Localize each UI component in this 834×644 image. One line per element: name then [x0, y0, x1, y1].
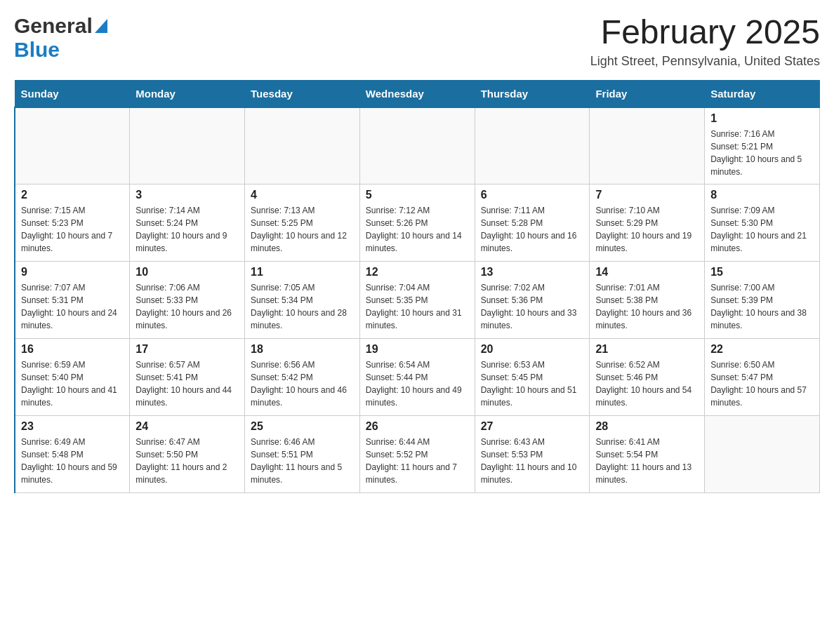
- day-info: Sunrise: 6:56 AMSunset: 5:42 PMDaylight:…: [251, 358, 354, 409]
- calendar-cell: 22Sunrise: 6:50 AMSunset: 5:47 PMDayligh…: [705, 339, 820, 416]
- day-info: Sunrise: 7:05 AMSunset: 5:34 PMDaylight:…: [251, 281, 354, 332]
- header: General Blue February 2025 Light Street,…: [14, 14, 820, 69]
- day-number: 10: [135, 266, 239, 279]
- header-friday: Friday: [590, 80, 705, 107]
- day-number: 18: [251, 343, 354, 356]
- calendar-cell: 13Sunrise: 7:02 AMSunset: 5:36 PMDayligh…: [475, 262, 590, 339]
- day-number: 7: [595, 189, 699, 201]
- calendar-cell: 19Sunrise: 6:54 AMSunset: 5:44 PMDayligh…: [359, 339, 475, 416]
- day-number: 2: [21, 189, 124, 201]
- day-info: Sunrise: 6:49 AMSunset: 5:48 PMDaylight:…: [21, 436, 124, 486]
- calendar-cell: 14Sunrise: 7:01 AMSunset: 5:38 PMDayligh…: [590, 262, 705, 339]
- location-subtitle: Light Street, Pennsylvania, United State…: [590, 54, 820, 69]
- calendar-cell: 28Sunrise: 6:41 AMSunset: 5:54 PMDayligh…: [590, 416, 705, 493]
- calendar-cell: [705, 416, 820, 493]
- day-number: 27: [481, 420, 584, 433]
- day-number: 19: [366, 343, 469, 356]
- day-info: Sunrise: 7:12 AMSunset: 5:26 PMDaylight:…: [366, 204, 469, 255]
- day-number: 6: [481, 189, 584, 201]
- calendar-cell: [590, 107, 705, 185]
- header-row: Sunday Monday Tuesday Wednesday Thursday…: [15, 80, 820, 107]
- day-number: 24: [135, 420, 239, 433]
- logo-blue-text: Blue: [14, 38, 60, 62]
- calendar-cell: 9Sunrise: 7:07 AMSunset: 5:31 PMDaylight…: [15, 262, 130, 339]
- day-info: Sunrise: 6:47 AMSunset: 5:50 PMDaylight:…: [135, 436, 239, 486]
- day-info: Sunrise: 7:10 AMSunset: 5:29 PMDaylight:…: [595, 204, 699, 255]
- day-number: 13: [481, 266, 584, 279]
- day-number: 12: [366, 266, 469, 279]
- calendar-cell: 21Sunrise: 6:52 AMSunset: 5:46 PMDayligh…: [590, 339, 705, 416]
- day-number: 14: [595, 266, 699, 279]
- day-info: Sunrise: 6:43 AMSunset: 5:53 PMDaylight:…: [481, 436, 584, 486]
- day-info: Sunrise: 6:57 AMSunset: 5:41 PMDaylight:…: [135, 358, 239, 409]
- calendar-week-row: 23Sunrise: 6:49 AMSunset: 5:48 PMDayligh…: [15, 416, 820, 493]
- day-number: 23: [21, 420, 124, 433]
- day-info: Sunrise: 7:14 AMSunset: 5:24 PMDaylight:…: [135, 204, 239, 255]
- header-monday: Monday: [130, 80, 245, 107]
- header-wednesday: Wednesday: [359, 80, 475, 107]
- calendar-cell: [475, 107, 590, 185]
- day-number: 3: [135, 189, 239, 201]
- day-info: Sunrise: 7:13 AMSunset: 5:25 PMDaylight:…: [251, 204, 354, 255]
- calendar-cell: 18Sunrise: 6:56 AMSunset: 5:42 PMDayligh…: [245, 339, 360, 416]
- day-number: 26: [366, 420, 469, 433]
- day-info: Sunrise: 7:09 AMSunset: 5:30 PMDaylight:…: [710, 204, 814, 255]
- month-title: February 2025: [590, 14, 820, 51]
- calendar-cell: [15, 107, 130, 185]
- calendar-cell: 10Sunrise: 7:06 AMSunset: 5:33 PMDayligh…: [130, 262, 245, 339]
- calendar-cell: 16Sunrise: 6:59 AMSunset: 5:40 PMDayligh…: [15, 339, 130, 416]
- day-number: 21: [595, 343, 699, 356]
- header-thursday: Thursday: [475, 80, 590, 107]
- day-info: Sunrise: 7:04 AMSunset: 5:35 PMDaylight:…: [366, 281, 469, 332]
- calendar-header: Sunday Monday Tuesday Wednesday Thursday…: [15, 80, 820, 107]
- calendar-cell: 7Sunrise: 7:10 AMSunset: 5:29 PMDaylight…: [590, 185, 705, 262]
- day-number: 25: [251, 420, 354, 433]
- day-info: Sunrise: 7:11 AMSunset: 5:28 PMDaylight:…: [481, 204, 584, 255]
- calendar-cell: [359, 107, 475, 185]
- day-info: Sunrise: 6:46 AMSunset: 5:51 PMDaylight:…: [251, 436, 354, 486]
- day-number: 11: [251, 266, 354, 279]
- day-info: Sunrise: 6:53 AMSunset: 5:45 PMDaylight:…: [481, 358, 584, 409]
- calendar-body: 1Sunrise: 7:16 AMSunset: 5:21 PMDaylight…: [15, 107, 820, 493]
- day-number: 5: [366, 189, 469, 201]
- calendar-cell: 8Sunrise: 7:09 AMSunset: 5:30 PMDaylight…: [705, 185, 820, 262]
- day-number: 8: [710, 189, 814, 201]
- calendar-cell: 26Sunrise: 6:44 AMSunset: 5:52 PMDayligh…: [359, 416, 475, 493]
- calendar-cell: 24Sunrise: 6:47 AMSunset: 5:50 PMDayligh…: [130, 416, 245, 493]
- day-info: Sunrise: 6:59 AMSunset: 5:40 PMDaylight:…: [21, 358, 124, 409]
- calendar-cell: 17Sunrise: 6:57 AMSunset: 5:41 PMDayligh…: [130, 339, 245, 416]
- day-info: Sunrise: 7:01 AMSunset: 5:38 PMDaylight:…: [595, 281, 699, 332]
- day-number: 15: [710, 266, 814, 279]
- day-info: Sunrise: 7:15 AMSunset: 5:23 PMDaylight:…: [21, 204, 124, 255]
- day-info: Sunrise: 7:07 AMSunset: 5:31 PMDaylight:…: [21, 281, 124, 332]
- logo-general-text: General: [14, 14, 93, 38]
- calendar-table: Sunday Monday Tuesday Wednesday Thursday…: [14, 80, 820, 494]
- day-number: 17: [135, 343, 239, 356]
- calendar-week-row: 2Sunrise: 7:15 AMSunset: 5:23 PMDaylight…: [15, 185, 820, 262]
- logo: General Blue: [14, 14, 107, 62]
- calendar-cell: 1Sunrise: 7:16 AMSunset: 5:21 PMDaylight…: [705, 107, 820, 185]
- day-info: Sunrise: 7:00 AMSunset: 5:39 PMDaylight:…: [710, 281, 814, 332]
- calendar-cell: [130, 107, 245, 185]
- calendar-cell: 20Sunrise: 6:53 AMSunset: 5:45 PMDayligh…: [475, 339, 590, 416]
- calendar-cell: 5Sunrise: 7:12 AMSunset: 5:26 PMDaylight…: [359, 185, 475, 262]
- logo-triangle-icon: [95, 19, 107, 33]
- day-info: Sunrise: 7:06 AMSunset: 5:33 PMDaylight:…: [135, 281, 239, 332]
- calendar-week-row: 1Sunrise: 7:16 AMSunset: 5:21 PMDaylight…: [15, 107, 820, 185]
- calendar-cell: 12Sunrise: 7:04 AMSunset: 5:35 PMDayligh…: [359, 262, 475, 339]
- header-tuesday: Tuesday: [245, 80, 360, 107]
- header-sunday: Sunday: [15, 80, 130, 107]
- calendar-cell: 27Sunrise: 6:43 AMSunset: 5:53 PMDayligh…: [475, 416, 590, 493]
- calendar-cell: 2Sunrise: 7:15 AMSunset: 5:23 PMDaylight…: [15, 185, 130, 262]
- day-number: 9: [21, 266, 124, 279]
- calendar-week-row: 16Sunrise: 6:59 AMSunset: 5:40 PMDayligh…: [15, 339, 820, 416]
- calendar-cell: 4Sunrise: 7:13 AMSunset: 5:25 PMDaylight…: [245, 185, 360, 262]
- day-info: Sunrise: 6:54 AMSunset: 5:44 PMDaylight:…: [366, 358, 469, 409]
- day-number: 16: [21, 343, 124, 356]
- day-info: Sunrise: 6:41 AMSunset: 5:54 PMDaylight:…: [595, 436, 699, 486]
- day-number: 1: [710, 112, 814, 125]
- day-number: 4: [251, 189, 354, 201]
- calendar-week-row: 9Sunrise: 7:07 AMSunset: 5:31 PMDaylight…: [15, 262, 820, 339]
- calendar-cell: 11Sunrise: 7:05 AMSunset: 5:34 PMDayligh…: [245, 262, 360, 339]
- day-number: 22: [710, 343, 814, 356]
